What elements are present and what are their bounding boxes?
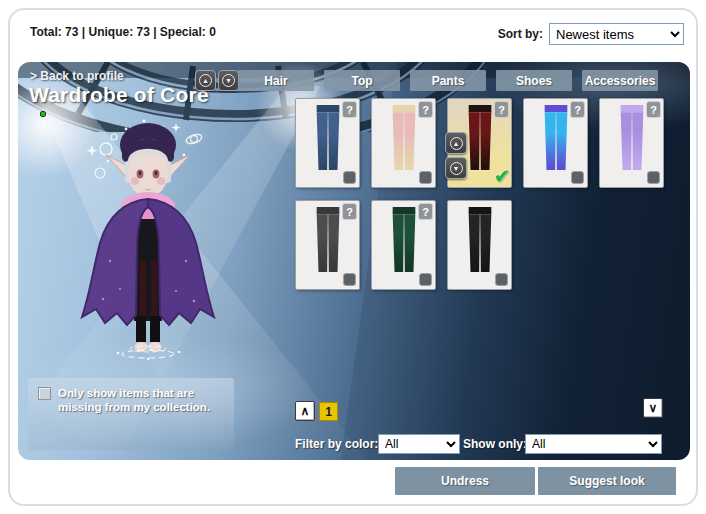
item-own-indicator[interactable] bbox=[419, 171, 432, 184]
missing-items-label: Only show items that are missing from my… bbox=[58, 386, 226, 415]
item-help-button[interactable]: ? bbox=[494, 101, 509, 118]
back-to-profile-link[interactable]: > Back to profile bbox=[30, 69, 124, 83]
item-own-indicator[interactable] bbox=[343, 171, 356, 184]
suggest-look-button[interactable]: Suggest look bbox=[538, 467, 676, 495]
wardrobe-title: Wardrobe of Core bbox=[29, 83, 209, 107]
show-only-select[interactable]: All bbox=[525, 434, 662, 454]
item-own-indicator[interactable] bbox=[495, 273, 508, 286]
wardrobe-item-card[interactable]: ? ✔ ▲ ▼ bbox=[523, 98, 588, 188]
page-up-icon: ∧ bbox=[301, 404, 310, 418]
item-selected-check-icon: ✔ bbox=[494, 165, 510, 188]
page-down-button[interactable]: ∨ bbox=[643, 398, 663, 418]
item-own-indicator[interactable] bbox=[419, 273, 432, 286]
tab-pants[interactable]: Pants bbox=[410, 70, 486, 91]
avatar bbox=[48, 108, 248, 364]
page-up-button[interactable]: ∧ bbox=[295, 401, 315, 421]
sort-select[interactable]: Newest items bbox=[549, 23, 684, 45]
undress-button[interactable]: Undress bbox=[395, 467, 535, 495]
wardrobe-item-card[interactable]: ? ✔ ▲ ▼ bbox=[447, 200, 512, 290]
current-page-indicator[interactable]: 1 bbox=[319, 402, 338, 421]
circled-up-arrow-icon: ▲ bbox=[199, 74, 212, 87]
tab-accessories[interactable]: Accessories bbox=[582, 70, 658, 91]
circled-down-arrow-icon: ▼ bbox=[222, 74, 235, 87]
item-help-button[interactable]: ? bbox=[418, 101, 433, 118]
collection-stats: Total: 73 | Unique: 73 | Special: 0 bbox=[30, 25, 216, 39]
wardrobe-item-card[interactable]: ? ✔ ▲ ▼ bbox=[295, 98, 360, 188]
item-help-button[interactable]: ? bbox=[570, 101, 585, 118]
avatar-zoom-in-button[interactable]: ▲ bbox=[195, 70, 216, 91]
missing-items-checkbox[interactable] bbox=[38, 387, 51, 400]
pants-thumbnail bbox=[459, 206, 501, 274]
page-down-icon: ∨ bbox=[649, 401, 658, 415]
tab-shoes[interactable]: Shoes bbox=[496, 70, 572, 91]
wardrobe-item-card[interactable]: ? ✔ ▲ ▼ bbox=[371, 200, 436, 290]
layer-down-button[interactable]: ▼ bbox=[445, 157, 467, 179]
missing-items-panel: Only show items that are missing from my… bbox=[28, 378, 234, 450]
item-help-button[interactable]: ? bbox=[418, 203, 433, 220]
item-own-indicator[interactable] bbox=[571, 171, 584, 184]
filter-by-color-select[interactable]: All bbox=[378, 434, 460, 454]
wardrobe-item-card[interactable]: ? ✔ ▲ ▼ bbox=[599, 98, 664, 188]
wardrobe-item-card[interactable]: ? ✔ ▲ ▼ bbox=[295, 200, 360, 290]
item-layer-controls: ▲ ▼ bbox=[445, 132, 467, 179]
layer-up-button[interactable]: ▲ bbox=[445, 132, 467, 154]
item-help-button[interactable]: ? bbox=[342, 101, 357, 118]
online-status-dot bbox=[40, 111, 46, 117]
sort-control: Sort by: Newest items bbox=[498, 23, 684, 45]
tab-top[interactable]: Top bbox=[324, 70, 400, 91]
item-help-button[interactable]: ? bbox=[646, 101, 661, 118]
wardrobe-stage-panel: > Back to profile Wardrobe of Core ▲ ▼ H… bbox=[18, 62, 690, 460]
item-own-indicator[interactable] bbox=[647, 171, 660, 184]
circled-up-arrow-icon: ▲ bbox=[450, 137, 463, 150]
wardrobe-page: Total: 73 | Unique: 73 | Special: 0 Sort… bbox=[0, 0, 706, 514]
item-help-button[interactable]: ? bbox=[342, 203, 357, 220]
show-only-label: Show only: bbox=[463, 437, 527, 451]
filter-by-color-label: Filter by color: bbox=[295, 437, 378, 451]
circled-down-arrow-icon: ▼ bbox=[450, 162, 463, 175]
item-own-indicator[interactable] bbox=[343, 273, 356, 286]
tab-hair[interactable]: Hair bbox=[238, 70, 314, 91]
avatar-zoom-out-button[interactable]: ▼ bbox=[218, 70, 239, 91]
wardrobe-item-card[interactable]: ? ✔ ▲ ▼ bbox=[447, 98, 512, 188]
wardrobe-item-card[interactable]: ? ✔ ▲ ▼ bbox=[371, 98, 436, 188]
sort-label: Sort by: bbox=[498, 27, 543, 41]
